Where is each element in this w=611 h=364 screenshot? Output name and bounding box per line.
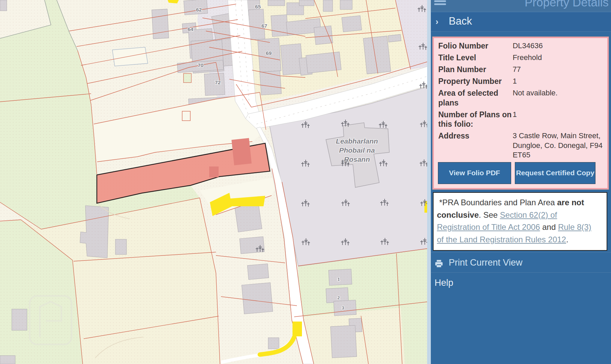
svg-text:69: 69 (266, 50, 272, 56)
svg-text:72: 72 (215, 80, 221, 85)
svg-text:70: 70 (198, 62, 203, 68)
svg-text:2: 2 (337, 295, 340, 300)
svg-text:Phobail na: Phobail na (339, 146, 375, 154)
svg-text:67: 67 (261, 23, 267, 29)
svg-text:Leabharlann: Leabharlann (336, 137, 378, 145)
svg-text:1: 1 (337, 277, 340, 282)
svg-text:Rosann: Rosann (344, 155, 370, 163)
svg-text:62: 62 (196, 7, 202, 12)
svg-text:3: 3 (342, 305, 344, 310)
svg-text:64: 64 (188, 26, 194, 32)
svg-text:65: 65 (255, 4, 261, 9)
